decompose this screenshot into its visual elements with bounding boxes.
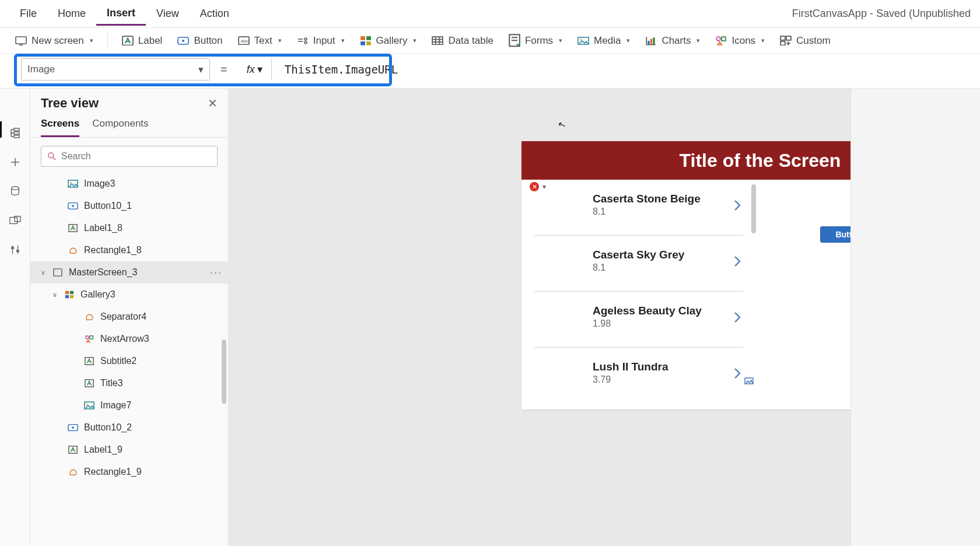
tree-node[interactable]: Button10_1: [30, 195, 228, 217]
tree-node-label: Label1_8: [84, 223, 123, 233]
cursor-icon: ↖: [556, 118, 568, 131]
equals-sign: =: [217, 63, 231, 76]
custom-icon: [780, 36, 792, 46]
gallery-row-subtitle: 3.79: [593, 374, 611, 385]
forms-button[interactable]: Forms ▾: [503, 33, 568, 49]
button-btn-label: Button: [194, 35, 222, 47]
button-button[interactable]: Button: [172, 33, 228, 49]
menu-file[interactable]: File: [9, 3, 47, 24]
tree-node[interactable]: Label1_9: [30, 439, 228, 461]
tree-node[interactable]: Rectangle1_8: [30, 239, 228, 261]
tree-node[interactable]: Subtitle2: [30, 350, 228, 372]
close-icon[interactable]: ✕: [208, 96, 218, 110]
next-arrow-icon[interactable]: [734, 312, 741, 326]
property-name: Image: [27, 64, 55, 75]
svg-point-52: [72, 205, 74, 207]
text-button[interactable]: Abc Text ▾: [232, 33, 288, 49]
gallery-button[interactable]: Gallery ▾: [354, 33, 423, 49]
shape-icon: [68, 246, 78, 255]
tree-node[interactable]: Title3: [30, 372, 228, 394]
chevron-down-icon[interactable]: ▾: [542, 183, 546, 191]
svg-text:Abc: Abc: [240, 38, 248, 44]
next-arrow-icon[interactable]: [734, 256, 741, 270]
gallery-row[interactable]: Caserta Stone Beige8.1: [534, 180, 743, 236]
data-table-label: Data table: [448, 35, 494, 47]
tree-search[interactable]: [41, 146, 218, 167]
tree-node-label: Subtitle2: [100, 356, 136, 366]
icons-button[interactable]: Icons ▾: [709, 33, 771, 49]
tree-node-label: MasterScreen_3: [69, 267, 137, 278]
new-screen-button[interactable]: New screen ▾: [9, 33, 99, 49]
tree-node[interactable]: Label1_8: [30, 217, 228, 239]
tree-node[interactable]: Image3: [30, 173, 228, 195]
label-button[interactable]: Label: [116, 33, 169, 49]
gallery-row[interactable]: Lush II Tundra3.79: [534, 348, 743, 388]
menu-home[interactable]: Home: [47, 3, 96, 24]
next-arrow-icon[interactable]: [734, 200, 741, 214]
menu-view[interactable]: View: [146, 3, 190, 24]
tab-screens[interactable]: Screens: [41, 118, 79, 137]
next-arrow-icon[interactable]: [734, 368, 741, 382]
search-input[interactable]: [61, 151, 211, 162]
svg-rect-27: [648, 40, 650, 44]
gallery-row-title: Ageless Beauty Clay: [593, 304, 702, 317]
tree-node[interactable]: Separator4: [30, 306, 228, 328]
property-selector[interactable]: Image ▾: [21, 58, 210, 80]
gallery-row-title: Caserta Stone Beige: [593, 192, 701, 205]
canvas-button[interactable]: Button: [820, 226, 850, 243]
tree-node[interactable]: Image7: [30, 394, 228, 416]
svg-rect-58: [70, 295, 74, 298]
screen-title-bar[interactable]: Title of the Screen: [522, 141, 850, 180]
tree-node-label: Gallery3: [80, 289, 116, 300]
add-icon[interactable]: [8, 155, 22, 169]
properties-pane-sliver: [850, 89, 980, 546]
left-rail: [0, 89, 30, 546]
media-button[interactable]: Media ▾: [572, 33, 636, 49]
data-icon[interactable]: [8, 184, 22, 198]
label-icon: [84, 379, 94, 388]
scrollbar-thumb[interactable]: [222, 340, 226, 404]
charts-button[interactable]: Charts ▾: [639, 33, 706, 49]
menu-action[interactable]: Action: [190, 3, 240, 24]
svg-rect-29: [653, 37, 655, 44]
formula-input[interactable]: ThisItem.ImageURL: [279, 58, 398, 80]
hamburger-icon[interactable]: [8, 97, 22, 111]
expand-chevron-icon[interactable]: ∨: [40, 269, 47, 276]
gallery-row[interactable]: Caserta Sky Grey8.1: [534, 236, 743, 292]
tree-node[interactable]: NextArrow3: [30, 328, 228, 350]
selection-handles[interactable]: ✕ ▾: [530, 182, 546, 191]
gallery-row[interactable]: Ageless Beauty Clay1.98: [534, 292, 743, 348]
tree-node-label: Image3: [84, 178, 115, 189]
svg-point-64: [86, 404, 88, 405]
chevron-down-icon: ▾: [257, 63, 262, 76]
tree-node[interactable]: ∨Gallery3: [30, 284, 228, 306]
tree-node[interactable]: Rectangle1_9: [30, 461, 228, 483]
expand-chevron-icon[interactable]: ∨: [51, 291, 58, 299]
tree-view-icon[interactable]: [8, 126, 22, 140]
input-button[interactable]: Input ▾: [291, 33, 351, 49]
more-icon[interactable]: ···: [210, 267, 222, 279]
data-table-button[interactable]: Data table: [426, 33, 499, 49]
fx-button[interactable]: fx ▾: [238, 58, 272, 80]
chevron-down-icon: ▾: [341, 37, 345, 44]
icons-icon: [715, 36, 727, 46]
canvas[interactable]: ↖ Title of the Screen ✕ ▾ Caserta Stone …: [229, 89, 850, 546]
svg-rect-36: [14, 132, 19, 134]
scrollbar-thumb[interactable]: [751, 184, 756, 233]
custom-button[interactable]: Custom: [774, 33, 836, 49]
image-placeholder-icon: [744, 377, 754, 386]
tree-list: Image3Button10_1Label1_8Rectangle1_8∨Mas…: [30, 173, 228, 546]
gallery-btn-label: Gallery: [376, 35, 408, 47]
menu-insert[interactable]: Insert: [96, 2, 146, 26]
media-rail-icon[interactable]: [8, 214, 22, 228]
tree-node[interactable]: ∨MasterScreen_3···: [30, 261, 228, 284]
svg-point-10: [304, 41, 307, 44]
gallery-control[interactable]: Caserta Stone Beige8.1Caserta Sky Grey8.…: [522, 180, 756, 410]
svg-rect-15: [433, 37, 443, 44]
svg-rect-55: [65, 291, 69, 294]
svg-point-50: [70, 182, 72, 184]
tab-components[interactable]: Components: [92, 118, 148, 137]
tree-node[interactable]: Button10_2: [30, 416, 228, 439]
settings-rail-icon[interactable]: [8, 243, 22, 257]
error-icon[interactable]: ✕: [530, 182, 539, 191]
